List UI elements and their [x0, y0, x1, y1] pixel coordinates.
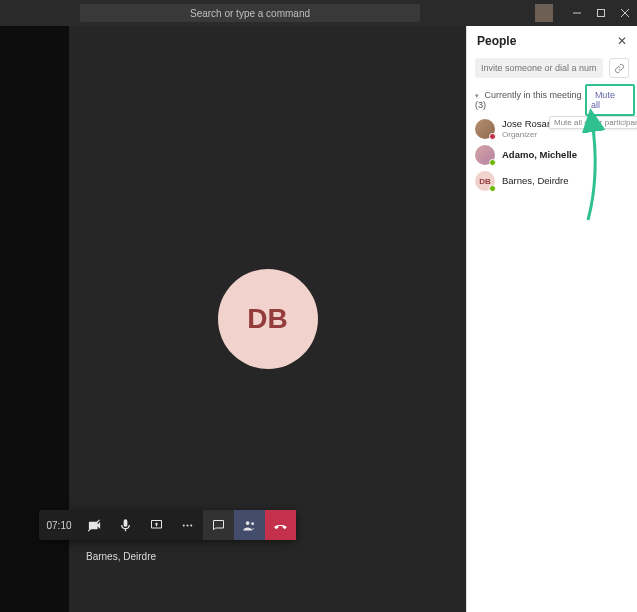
speaker-caption: Barnes, Deirdre	[86, 551, 156, 562]
hangup-button[interactable]	[265, 510, 296, 540]
mic-toggle-button[interactable]	[110, 510, 141, 540]
title-bar: Search or type a command	[0, 0, 637, 26]
participant-name: Barnes, Deirdre	[502, 176, 569, 187]
chevron-down-icon: ▾	[475, 92, 479, 99]
people-button[interactable]	[234, 510, 265, 540]
svg-point-8	[246, 521, 250, 525]
search-input[interactable]: Search or type a command	[80, 4, 420, 22]
participant-row[interactable]: Adamo, Michelle	[471, 142, 633, 168]
participant-list: Jose Rosario Organizer Mute all other pa…	[467, 114, 637, 196]
participant-avatar	[475, 145, 495, 165]
svg-rect-1	[598, 10, 605, 17]
maximize-button[interactable]	[589, 0, 613, 26]
presence-available-icon	[489, 185, 496, 192]
call-toolbar: 07:10	[39, 510, 296, 540]
chat-button[interactable]	[203, 510, 234, 540]
close-window-button[interactable]	[613, 0, 637, 26]
camera-toggle-button[interactable]	[79, 510, 110, 540]
section-current-meeting[interactable]: ▾ Currently in this meeting (3) Mute all	[467, 86, 637, 114]
svg-point-7	[190, 524, 192, 526]
presence-busy-icon	[489, 133, 496, 140]
profile-avatar[interactable]	[535, 4, 553, 22]
mute-all-tooltip: Mute all other participants	[549, 116, 637, 129]
invite-input[interactable]	[475, 58, 603, 78]
participant-avatar	[475, 119, 495, 139]
panel-title: People	[477, 34, 516, 48]
copy-link-button[interactable]	[609, 58, 629, 78]
participant-avatar-large: DB	[218, 269, 318, 369]
minimize-button[interactable]	[565, 0, 589, 26]
search-placeholder-text: Search or type a command	[190, 8, 310, 19]
svg-point-6	[187, 524, 189, 526]
participant-role: Organizer	[502, 130, 557, 139]
participant-row[interactable]: DB Barnes, Deirdre	[471, 168, 633, 194]
window-controls	[535, 0, 637, 26]
share-screen-button[interactable]	[141, 510, 172, 540]
participant-row[interactable]: Jose Rosario Organizer Mute all other pa…	[471, 116, 633, 142]
more-actions-button[interactable]	[172, 510, 203, 540]
avatar-initials: DB	[247, 303, 287, 335]
meeting-stage: DB 07:10	[69, 26, 466, 612]
call-timer: 07:10	[39, 520, 79, 531]
close-panel-button[interactable]: ✕	[617, 34, 627, 48]
section-count: (3)	[475, 100, 486, 110]
participant-name: Adamo, Michelle	[502, 150, 577, 161]
mute-all-button[interactable]: Mute all	[591, 88, 615, 112]
section-label: Currently in this meeting	[485, 90, 582, 100]
participant-avatar: DB	[475, 171, 495, 191]
people-panel: People ✕ ▾ Currently in this meeting (3)…	[466, 26, 637, 612]
presence-available-icon	[489, 159, 496, 166]
svg-point-5	[183, 524, 185, 526]
avatar-initials-small: DB	[479, 177, 491, 186]
svg-point-9	[251, 522, 254, 525]
